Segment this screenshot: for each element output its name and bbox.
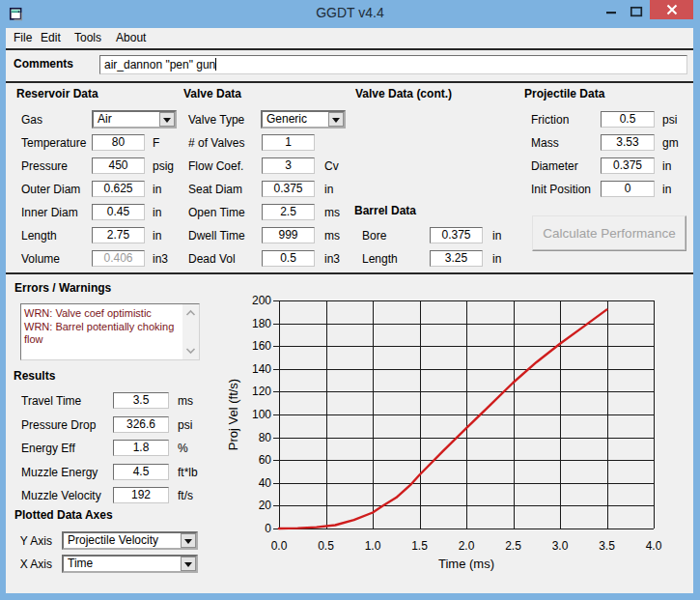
temperature-unit-label: F	[153, 136, 159, 150]
y-axis-combobox[interactable]: Projectile Velocity	[62, 531, 198, 550]
length-label: Length	[362, 252, 398, 266]
friction-input[interactable]: 0.5	[601, 111, 655, 128]
muzzle-velocity-input[interactable]: 192	[113, 487, 169, 503]
dead-vol-unit-label: in3	[324, 252, 340, 266]
errors-warnings-header: Errors / Warnings	[14, 281, 111, 295]
pressure-drop-input[interactable]: 326.6	[113, 416, 169, 433]
of-valves-row: # of Valves 1	[6, 133, 693, 153]
muzzle-energy-unit-label: ft*lb	[178, 466, 198, 479]
pressure-input[interactable]: 450	[92, 157, 145, 174]
of-valves-input[interactable]: 1	[262, 134, 315, 151]
init-position-input[interactable]: 0	[601, 181, 655, 197]
errors-warnings-box[interactable]: WRN: Valve coef optimistic WRN: Barrel p…	[20, 303, 200, 360]
dwell-time-input[interactable]: 999	[262, 227, 315, 243]
init-position-label: Init Position	[531, 183, 591, 196]
gas-row: Gas Air	[6, 110, 693, 129]
y-axis-title: Proj Vel (ft/s)	[226, 379, 240, 450]
x-tick-label: 1.5	[411, 539, 428, 553]
flow-coef-row: Flow Coef. 3 Cv	[6, 157, 693, 176]
energy-eff-input[interactable]: 1.8	[113, 440, 169, 456]
x-tick-label: 0.5	[318, 539, 334, 553]
inner-diam-label: Inner Diam	[21, 206, 78, 219]
diameter-row: Diameter 0.375 in	[6, 157, 693, 176]
chevron-down-icon	[163, 118, 171, 123]
y-tick-label: 20	[259, 499, 272, 512]
mass-input[interactable]: 3.53	[601, 134, 655, 151]
comments-separator	[6, 81, 693, 83]
velocity-curve	[279, 309, 607, 529]
combobox-dropdown-button[interactable]	[328, 112, 344, 127]
flow-coef-input[interactable]: 3	[262, 157, 315, 174]
muzzle-energy-input[interactable]: 4.5	[113, 464, 169, 480]
valve-data-header: Valve Data	[183, 87, 241, 100]
close-button[interactable]	[650, 0, 693, 19]
combobox-dropdown-button[interactable]	[181, 533, 196, 548]
flow-coef-unit-label: Cv	[324, 159, 339, 173]
combobox-value: Generic	[266, 112, 307, 127]
dwell-time-label: Dwell Time	[188, 229, 245, 243]
menu-edit[interactable]: Edit	[41, 28, 61, 48]
menu-separator	[6, 48, 693, 50]
calculate-performance-button[interactable]: Calculate Performance	[532, 215, 686, 251]
minimize-button[interactable]	[601, 0, 622, 19]
window-title: GGDT v4.4	[0, 5, 700, 20]
seat-diam-input[interactable]: 0.375	[262, 181, 315, 197]
menu-bar: FileEditToolsAbout	[6, 28, 693, 48]
length-row: Length 3.25 in	[6, 249, 693, 269]
y-tick-label: 0	[265, 522, 271, 535]
y-tick-label: 60	[259, 453, 272, 467]
valve-type-combobox[interactable]: Generic	[261, 110, 346, 129]
comments-input[interactable]: air_dannon "pen" gun	[99, 55, 687, 74]
init-position-row: Init Position 0 in	[6, 180, 693, 199]
x-axis-combobox[interactable]: Time	[62, 555, 198, 573]
travel-time-input[interactable]: 3.5	[113, 392, 169, 409]
inner-diam-input[interactable]: 0.45	[92, 204, 145, 220]
combobox-dropdown-button[interactable]	[181, 557, 196, 571]
gas-combobox[interactable]: Air	[92, 110, 177, 129]
outer-diam-unit-label: in	[153, 183, 161, 196]
pressure-unit-label: psig	[153, 159, 174, 173]
y-tick-label: 180	[252, 317, 271, 330]
diameter-input[interactable]: 0.375	[601, 157, 655, 174]
x-tick-label: 3.0	[552, 539, 569, 553]
x-tick-label: 1.0	[365, 539, 381, 553]
menu-tools[interactable]: Tools	[74, 28, 101, 48]
outer-diam-input[interactable]: 0.625	[92, 181, 145, 197]
x-axis-title: Time (ms)	[438, 557, 494, 571]
title-bar[interactable]: GGDT v4.4	[0, 0, 700, 28]
mass-unit-label: gm	[662, 136, 679, 150]
seat-diam-unit-label: in	[324, 183, 333, 196]
length-input[interactable]: 2.75	[92, 227, 145, 243]
seat-diam-label: Seat Diam	[188, 183, 242, 196]
combobox-value: Air	[98, 112, 112, 127]
combobox-dropdown-button[interactable]	[159, 112, 175, 127]
temperature-row: Temperature 80 F	[6, 133, 693, 153]
friction-label: Friction	[531, 113, 569, 127]
energy-eff-label: Energy Eff	[21, 442, 75, 455]
open-time-unit-label: ms	[324, 206, 340, 219]
pressure-row: Pressure 450 psig	[6, 157, 693, 176]
muzzle-velocity-unit-label: ft/s	[178, 489, 193, 502]
menu-file[interactable]: File	[14, 28, 32, 48]
y-tick-label: 100	[252, 408, 271, 421]
velocity-chart: 0.00.51.01.52.02.53.03.54.00204060801001…	[223, 284, 672, 574]
length-unit-label: in	[153, 229, 161, 243]
app-window: GGDT v4.4 FileEditToolsAbout Comments ai…	[0, 0, 700, 600]
valve-data-cont-header: Valve Data (cont.)	[355, 87, 452, 100]
length-input[interactable]: 3.25	[430, 250, 483, 267]
dead-vol-row: Dead Vol 0.5 in3	[6, 249, 693, 269]
open-time-input[interactable]: 2.5	[262, 204, 315, 220]
diameter-label: Diameter	[531, 159, 578, 173]
bore-input[interactable]: 0.375	[430, 227, 483, 243]
friction-row: Friction 0.5 psi	[6, 110, 693, 129]
maximize-button[interactable]	[626, 0, 647, 19]
temperature-input[interactable]: 80	[92, 134, 145, 151]
barrel-data-header: Barrel Data	[354, 204, 416, 217]
chevron-down-icon	[332, 118, 340, 123]
errors-scrollbar[interactable]	[182, 304, 199, 359]
open-time-label: Open Time	[188, 206, 245, 219]
menu-about[interactable]: About	[116, 28, 146, 48]
dead-vol-input[interactable]: 0.5	[262, 250, 315, 267]
volume-input[interactable]: 0.406	[92, 250, 145, 267]
chart-grid	[273, 300, 655, 529]
